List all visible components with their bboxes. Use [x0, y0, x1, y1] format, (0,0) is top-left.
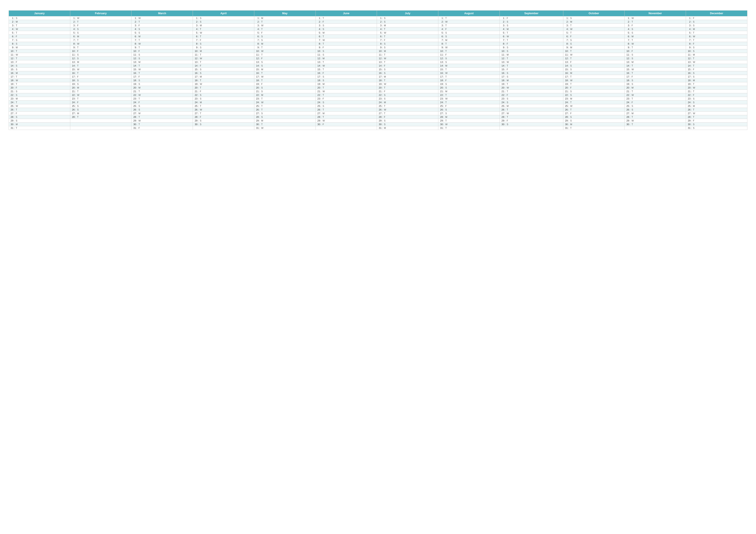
cell-march-28: 28|T — [131, 115, 193, 119]
cell-october-1: 1|S — [563, 16, 625, 20]
cell-september-19: 19|T — [500, 82, 563, 86]
cell-july-30: 30|S — [377, 123, 438, 126]
cell-february-30 — [70, 123, 131, 126]
calendar-row-16: 16|M16|T16|T16|S16|T16|F16|S16|W16|S16|M… — [9, 71, 747, 75]
cell-april-25: 25|T — [193, 104, 254, 108]
cell-may-25: 25|T — [254, 104, 315, 108]
cell-july-7: 7|F — [377, 38, 438, 42]
cell-december-13: 13|W — [686, 60, 747, 64]
cell-march-21: 21|T — [131, 89, 193, 93]
cell-july-15: 15|S — [377, 68, 438, 71]
cell-august-3: 3|T — [438, 24, 500, 27]
cell-july-24: 24|M — [377, 101, 438, 104]
cell-october-31: 31|T — [563, 126, 625, 130]
cell-august-20: 20|S — [438, 86, 500, 89]
cell-january-1: 1|S — [9, 16, 70, 20]
cell-december-10: 10|S — [686, 49, 747, 53]
cell-february-10: 10|F — [70, 49, 131, 53]
cell-march-23: 23|T — [131, 97, 193, 101]
cell-september-22: 22|F — [500, 93, 563, 97]
cell-july-18: 18|T — [377, 79, 438, 82]
cell-october-26: 26|T — [563, 108, 625, 112]
cell-april-29: 29|S — [193, 119, 254, 123]
cell-september-6: 6|W — [500, 35, 563, 38]
cell-april-27: 27|T — [193, 112, 254, 115]
cell-june-21: 21|W — [315, 89, 377, 93]
cell-august-18: 18|F — [438, 79, 500, 82]
cell-february-14: 14|T — [70, 64, 131, 68]
cell-july-3: 3|M — [377, 24, 438, 27]
cell-november-22: 22|W — [625, 93, 686, 97]
cell-october-5: 5|T — [563, 31, 625, 35]
cell-october-11: 11|W — [563, 53, 625, 57]
cell-august-19: 19|S — [438, 82, 500, 86]
calendar-row-28: 28|S28|T28|T28|F28|S28|T28|F28|M28|T28|S… — [9, 115, 747, 119]
cell-november-16: 16|T — [625, 71, 686, 75]
cell-december-29: 29|F — [686, 119, 747, 123]
cell-may-19: 19|F — [254, 82, 315, 86]
cell-may-18: 18|T — [254, 79, 315, 82]
cell-february-20: 20|M — [70, 86, 131, 89]
cell-may-10: 10|W — [254, 49, 315, 53]
cell-november-10: 10|F — [625, 49, 686, 53]
cell-october-23: 23|M — [563, 97, 625, 101]
cell-june-11: 11|S — [315, 53, 377, 57]
cell-february-17: 17|F — [70, 75, 131, 79]
cell-january-25: 25|W — [9, 104, 70, 108]
cell-september-24: 24|S — [500, 101, 563, 104]
cell-october-6: 6|F — [563, 35, 625, 38]
cell-february-15: 15|W — [70, 68, 131, 71]
cell-october-4: 4|W — [563, 27, 625, 31]
cell-november-21: 21|T — [625, 89, 686, 93]
cell-july-1: 1|S — [377, 16, 438, 20]
cell-october-14: 14|S — [563, 64, 625, 68]
cell-july-27: 27|T — [377, 112, 438, 115]
cell-june-6: 6|T — [315, 35, 377, 38]
cell-january-17: 17|T — [9, 75, 70, 79]
cell-september-10: 10|S — [500, 49, 563, 53]
cell-october-15: 15|S — [563, 68, 625, 71]
cell-january-2: 2|M — [9, 20, 70, 24]
cell-july-25: 25|T — [377, 104, 438, 108]
cell-june-13: 13|T — [315, 60, 377, 64]
cell-july-13: 13|T — [377, 60, 438, 64]
cell-january-18: 18|W — [9, 79, 70, 82]
cell-july-26: 26|W — [377, 108, 438, 112]
cell-january-29: 29|S — [9, 119, 70, 123]
cell-may-12: 12|F — [254, 57, 315, 60]
cell-december-11: 11|M — [686, 53, 747, 57]
cell-september-21: 21|T — [500, 89, 563, 93]
cell-april-15: 15|S — [193, 68, 254, 71]
cell-october-25: 25|W — [563, 104, 625, 108]
cell-june-4: 4|S — [315, 27, 377, 31]
cell-may-24: 24|W — [254, 101, 315, 104]
calendar-row-5: 5|T5|S5|S5|W5|F5|M5|W5|S5|T5|T5|S5|T — [9, 31, 747, 35]
cell-december-20: 20|W — [686, 86, 747, 89]
calendar-row-8: 8|S8|W8|W8|S8|M8|T8|S8|T8|F8|S8|W8|F — [9, 42, 747, 46]
cell-september-1: 1|F — [500, 16, 563, 20]
cell-december-18: 18|M — [686, 79, 747, 82]
cell-june-8: 8|T — [315, 42, 377, 46]
cell-march-30: 30|T — [131, 123, 193, 126]
calendar-row-29: 29|S29|W29|S29|M29|W29|S29|T29|F29|S29|W… — [9, 119, 747, 123]
cell-october-18: 18|W — [563, 79, 625, 82]
cell-february-24: 24|F — [70, 101, 131, 104]
cell-october-12: 12|T — [563, 57, 625, 60]
cell-december-22: 22|F — [686, 93, 747, 97]
cell-december-17: 17|S — [686, 75, 747, 79]
cell-july-2: 2|S — [377, 20, 438, 24]
calendar-row-7: 7|S7|T7|T7|F7|S7|W7|F7|M7|T7|S7|T7|T — [9, 38, 747, 42]
cell-april-26: 26|W — [193, 108, 254, 112]
cell-march-20: 20|M — [131, 86, 193, 89]
cell-june-28: 28|T — [315, 115, 377, 119]
cell-january-20: 20|F — [9, 86, 70, 89]
cell-october-3: 3|T — [563, 24, 625, 27]
cell-september-31 — [500, 126, 563, 130]
cell-july-31: 31|M — [377, 126, 438, 130]
cell-july-11: 11|T — [377, 53, 438, 57]
cell-august-17: 17|T — [438, 75, 500, 79]
calendar-row-27: 27|F27|M27|M27|T27|S27|M27|T27|S27|W27|F… — [9, 112, 747, 115]
month-header-row: JanuaryFebruaryMarchAprilMayJuneJulyAugu… — [9, 11, 747, 16]
cell-may-28: 28|S — [254, 115, 315, 119]
cell-january-23: 23|M — [9, 97, 70, 101]
